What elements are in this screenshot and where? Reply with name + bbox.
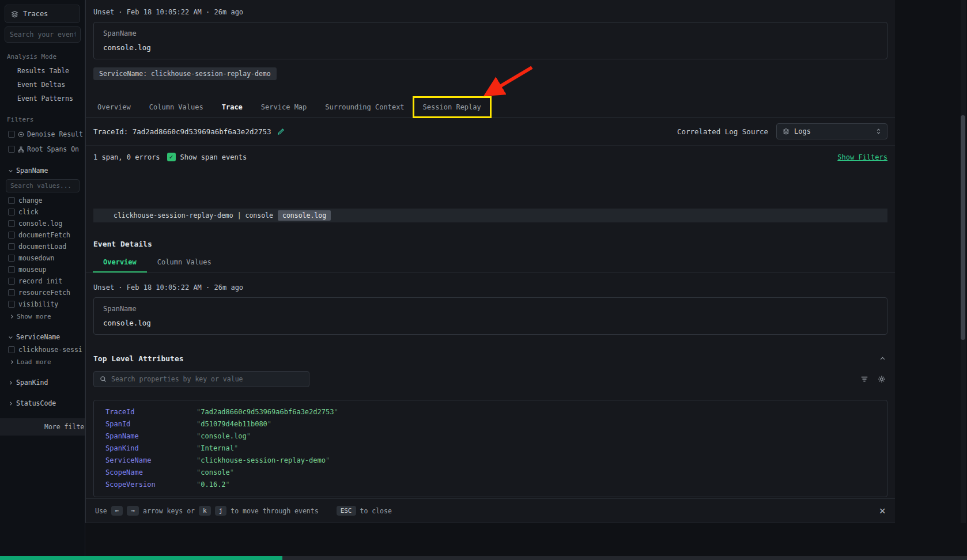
tab-overview[interactable]: Overview <box>88 97 140 117</box>
filter-group-spankind[interactable]: SpanKind <box>0 376 85 389</box>
denoise-icon <box>18 131 24 138</box>
filter-group-statuscode[interactable]: StatusCode <box>0 396 85 410</box>
checkbox[interactable] <box>8 220 15 227</box>
attribute-value: console <box>197 467 234 479</box>
property-search-input[interactable] <box>111 375 303 383</box>
top-level-attributes-title: Top Level Attributes <box>93 354 184 363</box>
scrollbar-thumb[interactable] <box>961 115 965 340</box>
filter-root-spans[interactable]: Root Spans On <box>0 142 85 157</box>
checkbox[interactable] <box>8 278 15 285</box>
spanname-option[interactable]: mousedown <box>0 252 85 264</box>
footer-text: to close <box>360 507 392 515</box>
trace-id: TraceId: 7ad2ad8660c9d53969a6bf6a3e2d275… <box>93 127 285 136</box>
attribute-key: ServiceName <box>105 455 197 467</box>
attribute-value: 0.16.2 <box>197 479 230 491</box>
filter-lines-icon[interactable] <box>860 375 868 383</box>
top-level-attributes-header: Top Level Attributes <box>93 354 886 363</box>
log-source-value: Logs <box>794 127 811 135</box>
attribute-value: console.log <box>197 430 251 442</box>
spanname-option[interactable]: record init <box>0 275 85 287</box>
edit-pencil-icon[interactable] <box>277 128 285 135</box>
event-search-input[interactable] <box>5 27 81 43</box>
event-tab-column-values[interactable]: Column Values <box>147 253 222 273</box>
layers-icon <box>11 10 18 18</box>
service-name-badge[interactable]: ServiceName: clickhouse-session-replay-d… <box>93 67 277 80</box>
event-meta: Unset · Feb 18 10:05:22 AM · 26m ago <box>86 0 895 16</box>
app-root: { "colors": { "accent_green": "#2fbe70",… <box>0 0 967 560</box>
checkbox-root-spans[interactable] <box>8 146 15 153</box>
checkbox[interactable] <box>8 197 15 204</box>
tab-session-replay[interactable]: Session Replay <box>414 97 490 117</box>
checkbox[interactable] <box>8 289 15 296</box>
spanname-option[interactable]: visibility <box>0 298 85 310</box>
gear-icon[interactable] <box>878 375 886 383</box>
attribute-value: 7ad2ad8660c9d53969a6bf6a3e2d2753 <box>197 406 338 418</box>
show-span-events-checkbox[interactable]: ✓ <box>167 153 176 161</box>
event-details-tabs: Overview Column Values <box>86 253 895 273</box>
attribute-row[interactable]: TraceId7ad2ad8660c9d53969a6bf6a3e2d2753 <box>105 406 875 418</box>
more-filters-button[interactable]: More filte <box>0 418 85 436</box>
key-esc: ESC <box>337 506 356 516</box>
filter-denoise-results[interactable]: Denoise Result <box>0 127 85 142</box>
chevron-right-icon <box>9 360 14 365</box>
trace-toolbar: TraceId: 7ad2ad8660c9d53969a6bf6a3e2d275… <box>86 118 895 146</box>
show-filters-link[interactable]: Show Filters <box>837 153 887 161</box>
attribute-row[interactable]: ScopeVersion0.16.2 <box>105 479 875 491</box>
spanname-option[interactable]: documentLoad <box>0 241 85 252</box>
key-arrow-left: ← <box>111 506 123 516</box>
tab-service-map[interactable]: Service Map <box>252 97 316 117</box>
checkbox[interactable] <box>8 255 15 262</box>
attribute-key: SpanId <box>105 418 197 430</box>
spanname-option[interactable]: console.log <box>0 218 85 229</box>
close-icon[interactable]: × <box>879 505 886 516</box>
footer-text: to move through events <box>231 507 318 515</box>
filter-group-spanname[interactable]: SpanName <box>0 164 85 177</box>
trace-span-label: clickhouse-session-replay-demo | console <box>114 211 273 220</box>
tab-trace[interactable]: Trace <box>213 97 252 117</box>
filter-denoise-label: Denoise Result <box>27 130 83 138</box>
log-source-select[interactable]: Logs <box>776 123 887 139</box>
span-name-card-secondary: SpanName console.log <box>93 297 887 335</box>
attribute-row[interactable]: ScopeNameconsole <box>105 467 875 479</box>
checkbox[interactable] <box>8 346 15 353</box>
servicename-option[interactable]: clickhouse-sessi <box>0 344 85 355</box>
spanname-option[interactable]: change <box>0 195 85 206</box>
option-label: change <box>18 196 43 205</box>
checkbox[interactable] <box>8 301 15 308</box>
trace-span-bar[interactable]: clickhouse-session-replay-demo | console… <box>93 209 887 222</box>
spanname-option[interactable]: resourceFetch <box>0 287 85 298</box>
mode-results-table[interactable]: Results Table <box>0 64 85 78</box>
span-name-value: console.log <box>103 43 878 52</box>
attribute-key: SpanName <box>105 430 197 442</box>
span-summary-text: 1 span, 0 errors <box>93 153 160 161</box>
nav-traces-label: Traces <box>23 10 48 18</box>
nav-item-traces[interactable]: Traces <box>5 5 80 22</box>
collapse-chevron-up-icon[interactable] <box>879 355 886 362</box>
spanname-show-more[interactable]: Show more <box>0 310 85 323</box>
checkbox[interactable] <box>8 266 15 273</box>
tab-surrounding-context[interactable]: Surrounding Context <box>316 97 413 117</box>
spanname-option[interactable]: click <box>0 206 85 218</box>
mode-event-patterns[interactable]: Event Patterns <box>0 92 85 105</box>
attribute-row[interactable]: ServiceNameclickhouse-session-replay-dem… <box>105 455 875 467</box>
filter-group-servicename[interactable]: ServiceName <box>0 330 85 344</box>
mode-event-deltas[interactable]: Event Deltas <box>0 78 85 92</box>
attributes-panel: TraceId7ad2ad8660c9d53969a6bf6a3e2d2753 … <box>93 400 887 497</box>
option-label: visibility <box>18 300 58 308</box>
attribute-row[interactable]: SpanIdd51079d4eb11b080 <box>105 418 875 430</box>
servicename-load-more[interactable]: Load more <box>0 355 85 369</box>
checkbox-denoise[interactable] <box>8 131 15 138</box>
event-tab-overview[interactable]: Overview <box>93 253 147 273</box>
checkbox[interactable] <box>8 209 15 215</box>
spanname-option[interactable]: mouseup <box>0 264 85 275</box>
option-label: click <box>18 208 39 216</box>
filters-label: Filters <box>7 116 85 123</box>
spanname-option[interactable]: documentFetch <box>0 229 85 241</box>
checkbox[interactable] <box>8 243 15 250</box>
tab-column-values[interactable]: Column Values <box>140 97 213 117</box>
spanname-values-search-input[interactable] <box>6 179 80 192</box>
attribute-row[interactable]: SpanKindInternal <box>105 442 875 455</box>
key-arrow-right: → <box>127 506 139 516</box>
checkbox[interactable] <box>8 232 15 239</box>
attribute-row[interactable]: SpanNameconsole.log <box>105 430 875 442</box>
